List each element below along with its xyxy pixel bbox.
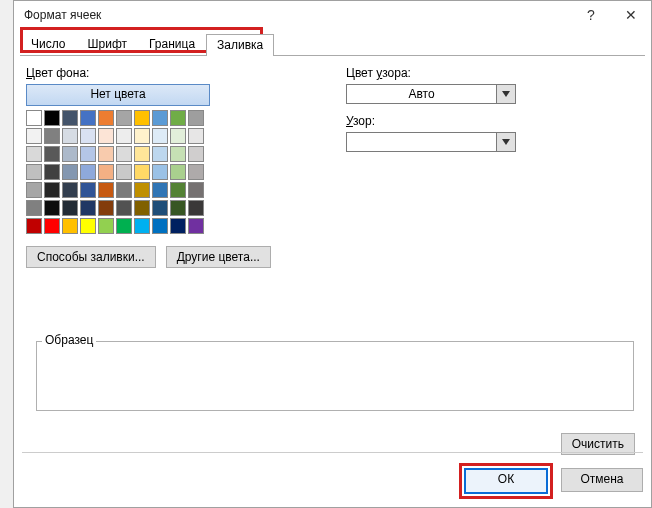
color-swatch[interactable] <box>44 200 60 216</box>
color-swatch[interactable] <box>80 164 96 180</box>
color-swatch[interactable] <box>98 218 114 234</box>
color-swatch[interactable] <box>134 110 150 126</box>
color-swatch[interactable] <box>134 182 150 198</box>
color-swatch[interactable] <box>62 200 78 216</box>
color-swatch[interactable] <box>134 200 150 216</box>
color-swatch[interactable] <box>26 110 42 126</box>
color-swatch[interactable] <box>188 146 204 162</box>
color-swatch[interactable] <box>44 146 60 162</box>
color-swatch[interactable] <box>80 146 96 162</box>
color-swatch[interactable] <box>170 146 186 162</box>
color-swatch[interactable] <box>62 218 78 234</box>
color-swatch[interactable] <box>80 110 96 126</box>
color-swatch[interactable] <box>98 128 114 144</box>
tab-font[interactable]: Шрифт <box>77 33 138 55</box>
pattern-dropdown[interactable] <box>346 132 516 152</box>
color-swatch[interactable] <box>170 128 186 144</box>
pattern-color-dropdown[interactable]: Авто <box>346 84 516 104</box>
pattern-value <box>347 133 496 151</box>
color-swatch[interactable] <box>98 164 114 180</box>
color-swatch[interactable] <box>152 218 168 234</box>
color-swatch[interactable] <box>26 146 42 162</box>
color-swatch[interactable] <box>80 128 96 144</box>
titlebar: Формат ячеек ? ✕ <box>14 1 651 29</box>
color-swatch[interactable] <box>170 200 186 216</box>
pattern-label: Узор: <box>346 114 639 128</box>
color-swatch[interactable] <box>188 128 204 144</box>
color-swatch[interactable] <box>152 164 168 180</box>
color-swatch[interactable] <box>116 218 132 234</box>
sample-preview <box>36 341 634 411</box>
left-column: Цвет фона: Нет цвета Способы заливки... … <box>26 66 306 268</box>
no-color-button[interactable]: Нет цвета <box>26 84 210 106</box>
color-swatch[interactable] <box>98 182 114 198</box>
tab-border[interactable]: Граница <box>138 33 206 55</box>
color-swatch[interactable] <box>26 128 42 144</box>
pattern-color-label: Цвет узора: <box>346 66 639 80</box>
color-swatch[interactable] <box>134 164 150 180</box>
color-swatch[interactable] <box>152 110 168 126</box>
color-swatch[interactable] <box>134 128 150 144</box>
color-swatch[interactable] <box>188 164 204 180</box>
pattern-color-value: Авто <box>347 85 496 103</box>
color-swatch[interactable] <box>170 110 186 126</box>
color-swatch[interactable] <box>188 200 204 216</box>
color-swatch[interactable] <box>170 218 186 234</box>
color-swatch[interactable] <box>62 182 78 198</box>
dialog-footer: ОК Отмена <box>22 452 643 499</box>
color-swatch[interactable] <box>170 164 186 180</box>
color-swatch[interactable] <box>44 164 60 180</box>
sample-label: Образец <box>42 333 96 347</box>
color-swatch[interactable] <box>116 128 132 144</box>
color-swatch[interactable] <box>98 110 114 126</box>
color-swatch[interactable] <box>152 128 168 144</box>
color-swatch[interactable] <box>116 164 132 180</box>
color-swatch[interactable] <box>44 218 60 234</box>
color-swatch[interactable] <box>98 200 114 216</box>
color-swatch[interactable] <box>80 182 96 198</box>
color-swatch[interactable] <box>26 218 42 234</box>
color-swatch[interactable] <box>26 182 42 198</box>
color-swatch[interactable] <box>80 218 96 234</box>
ok-button[interactable]: ОК <box>464 468 548 494</box>
color-swatch[interactable] <box>152 182 168 198</box>
help-button[interactable]: ? <box>571 1 611 29</box>
color-swatch[interactable] <box>116 200 132 216</box>
color-swatch[interactable] <box>62 110 78 126</box>
color-swatch[interactable] <box>170 182 186 198</box>
color-swatch[interactable] <box>62 164 78 180</box>
color-swatch[interactable] <box>44 128 60 144</box>
color-swatch[interactable] <box>62 146 78 162</box>
chevron-down-icon <box>496 133 515 151</box>
ok-highlight: ОК <box>459 463 553 499</box>
dialog-title: Формат ячеек <box>24 8 571 22</box>
color-swatch[interactable] <box>188 218 204 234</box>
tab-fill[interactable]: Заливка <box>206 34 274 56</box>
cancel-button[interactable]: Отмена <box>561 468 643 492</box>
fill-effects-button[interactable]: Способы заливки... <box>26 246 156 268</box>
color-swatch[interactable] <box>98 146 114 162</box>
color-swatch[interactable] <box>116 146 132 162</box>
color-swatch[interactable] <box>44 110 60 126</box>
more-colors-button[interactable]: Другие цвета... <box>166 246 271 268</box>
color-swatch[interactable] <box>134 218 150 234</box>
dialog-body: Цвет фона: Нет цвета Способы заливки... … <box>14 56 651 268</box>
color-swatch[interactable] <box>62 128 78 144</box>
bg-color-label: Цвет фона: <box>26 66 306 80</box>
question-icon: ? <box>587 7 595 23</box>
close-button[interactable]: ✕ <box>611 1 651 29</box>
color-swatch[interactable] <box>26 200 42 216</box>
close-icon: ✕ <box>625 7 637 23</box>
color-swatch[interactable] <box>116 110 132 126</box>
tab-number[interactable]: Число <box>20 33 77 55</box>
color-swatch[interactable] <box>152 146 168 162</box>
right-column: Цвет узора: Авто Узор: <box>346 66 639 268</box>
color-swatch[interactable] <box>152 200 168 216</box>
color-swatch[interactable] <box>80 200 96 216</box>
color-swatch[interactable] <box>44 182 60 198</box>
color-swatch[interactable] <box>116 182 132 198</box>
color-swatch[interactable] <box>26 164 42 180</box>
color-swatch[interactable] <box>134 146 150 162</box>
color-swatch[interactable] <box>188 110 204 126</box>
color-swatch[interactable] <box>188 182 204 198</box>
